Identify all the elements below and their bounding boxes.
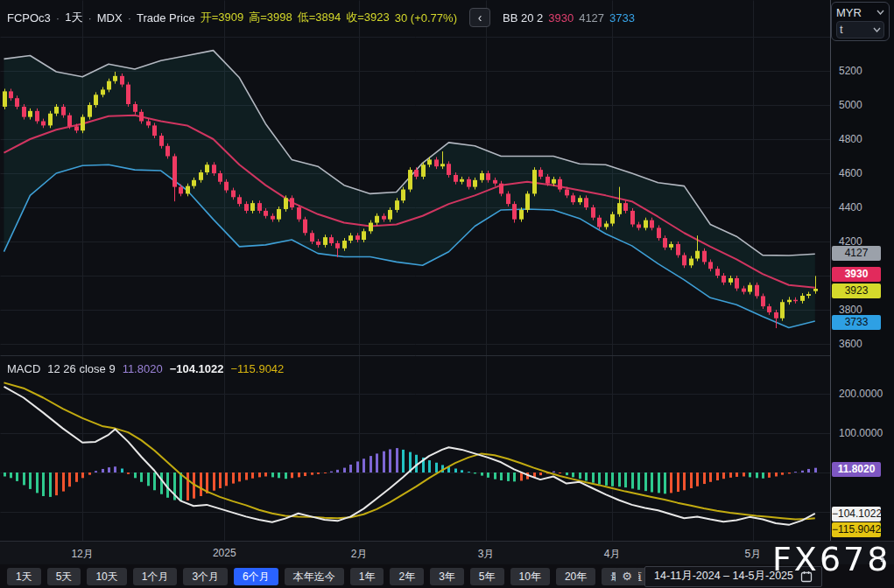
range-button[interactable]: 6个月: [234, 568, 278, 585]
time-axis-month-label: 2月: [351, 547, 368, 562]
currency-dropdown[interactable]: MYR: [836, 4, 884, 21]
axis-price-badge: 3930: [832, 267, 881, 282]
collapse-legend-button[interactable]: ‹: [469, 8, 490, 27]
macd-legend: MACD 12 26 close 9 11.8020 −104.1022 −11…: [7, 362, 284, 375]
chevron-right-icon[interactable]: ›: [880, 550, 885, 567]
gear-icon[interactable]: ⚙: [616, 568, 638, 585]
price-tick-label: 3800: [839, 304, 862, 316]
separator-dot: ·: [128, 11, 131, 24]
range-button[interactable]: 10天: [87, 568, 126, 585]
axis-price-badge: 3923: [832, 284, 881, 298]
price-axis[interactable]: 52005000480046004400420038003600200.0000…: [830, 0, 894, 541]
price-tick-label: 4800: [839, 133, 862, 145]
bb-upper-value: 4127: [579, 11, 604, 24]
range-button[interactable]: 5天: [47, 568, 81, 585]
price-tick-label: 5000: [839, 99, 862, 111]
time-axis-month-label: 3月: [478, 547, 495, 562]
separator-dot: ·: [56, 11, 60, 24]
range-button[interactable]: 1年: [350, 568, 384, 585]
bb-indicator-label[interactable]: BB 20 2: [503, 11, 543, 24]
low-value: 低=3894: [298, 10, 341, 25]
axis-price-badge: 4127: [832, 246, 881, 261]
range-button[interactable]: 3个月: [183, 568, 228, 585]
range-button-group: 1天5天10天1个月3个月6个月本年迄今1年2年3年5年10年20年最大值: [7, 568, 609, 585]
symbol-name[interactable]: FCPOc3: [7, 11, 51, 24]
axis-price-badge: −115.9042: [832, 522, 881, 537]
macd-line-value: −104.1022: [170, 362, 224, 375]
macd-title[interactable]: MACD: [7, 362, 40, 375]
range-button[interactable]: 3年: [430, 568, 464, 585]
open-value: 开=3909: [201, 10, 244, 25]
axis-price-badge: 3733: [832, 315, 881, 330]
price-tick-label: 4600: [839, 167, 862, 179]
close-value: 收=3923: [346, 10, 390, 25]
price-tick-label: 3600: [839, 338, 862, 350]
chart-legend: FCPOc3 · 1天 · MDX · Trade Price 开=3909 高…: [7, 8, 635, 27]
chevron-down-icon: [876, 10, 884, 15]
date-range-text: 14-11月-2024 – 14-5月-2025: [654, 569, 793, 584]
unit-value: t: [840, 23, 843, 36]
price-tick-label: 4400: [839, 201, 862, 214]
change-value: 30 (+0.77%): [395, 11, 457, 24]
macd-tick-label: 100.0000: [839, 427, 883, 439]
currency-value: MYR: [836, 6, 862, 19]
currency-unit-widget: MYR t: [831, 2, 890, 41]
unit-dropdown[interactable]: t: [836, 21, 884, 39]
macd-signal-value: −115.9042: [230, 362, 284, 375]
macd-hist-value: 11.8020: [123, 362, 163, 375]
calendar-icon: [800, 570, 813, 583]
high-value: 高=3998: [249, 10, 292, 25]
range-button[interactable]: 20年: [556, 568, 595, 585]
interval-label[interactable]: 1天: [65, 10, 82, 25]
bb-lower-value: 3733: [609, 11, 635, 24]
time-axis-month-label: 12月: [71, 547, 93, 562]
bb-middle-value: 3930: [548, 11, 574, 24]
range-button[interactable]: 10年: [510, 568, 550, 585]
range-button[interactable]: 本年迄今: [285, 568, 344, 585]
chevron-down-icon: [873, 27, 881, 32]
time-axis-month-label: 5月: [744, 547, 761, 562]
range-toolbar: 1天5天10天1个月3个月6个月本年迄今1年2年3年5年10年20年最大值 ⚙ …: [0, 564, 894, 588]
range-button[interactable]: 1天: [7, 568, 41, 585]
exchange-label: MDX: [97, 11, 123, 24]
axis-price-badge: −104.1022: [832, 507, 881, 522]
date-range-picker[interactable]: 14-11月-2024 – 14-5月-2025: [644, 566, 822, 587]
range-button[interactable]: 2年: [390, 568, 424, 585]
range-button[interactable]: 5年: [470, 568, 504, 585]
trading-chart-app: FCPOc3 · 1天 · MDX · Trade Price 开=3909 高…: [0, 0, 894, 588]
macd-params: 12 26 close 9: [47, 362, 115, 375]
time-axis-month-label: 4月: [604, 547, 621, 562]
series-type-label: Trade Price: [137, 11, 195, 24]
axis-price-badge: 11.8020: [832, 462, 881, 477]
time-axis-month-label: 2025: [213, 547, 236, 559]
price-chart-canvas[interactable]: [0, 0, 830, 541]
price-tick-label: 5200: [839, 65, 862, 77]
macd-tick-label: 200.0000: [839, 388, 883, 400]
range-button[interactable]: 1个月: [133, 568, 178, 585]
separator-dot: ·: [88, 11, 91, 24]
time-axis[interactable]: 12月20252月3月4月5月: [0, 541, 894, 565]
